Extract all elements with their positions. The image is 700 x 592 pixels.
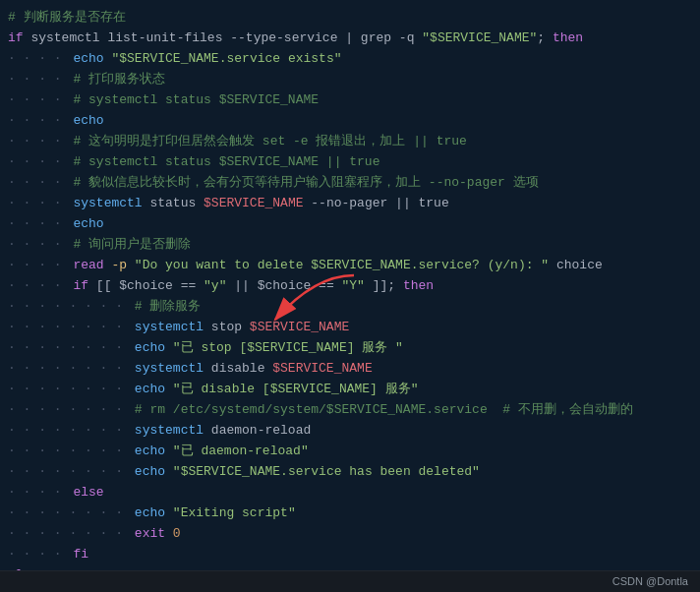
code-line: · · · · echo	[0, 214, 700, 235]
code-line: · · · · · · · · systemctl disable $SERVI…	[0, 359, 700, 380]
code-line: · · · · read -p "Do you want to delete $…	[0, 256, 700, 276]
code-line: · · · · · · · · exit 0	[0, 524, 700, 545]
code-line: · · · · # systemctl status $SERVICE_NAME	[0, 90, 700, 111]
code-block: # 判断服务是否存在if systemctl list-unit-files -…	[0, 0, 700, 570]
code-line: · · · · # systemctl status $SERVICE_NAME…	[0, 152, 700, 173]
footer-bar: CSDN @Dontla	[0, 570, 700, 592]
code-line: · · · · echo "$SERVICE_NAME.service exis…	[0, 49, 700, 70]
code-line: · · · · · · · · echo "已 stop [$SERVICE_N…	[0, 338, 700, 359]
code-line: · · · · echo	[0, 111, 700, 132]
code-line: · · · · · · · · echo "已 disable [$SERVIC…	[0, 380, 700, 400]
code-line: · · · · · · · · systemctl stop $SERVICE_…	[0, 318, 700, 338]
code-line: · · · · · · · · systemctl daemon-reload	[0, 421, 700, 442]
code-line: · · · · · · · · echo "Exiting script"	[0, 503, 700, 524]
code-line: · · · · · · · · echo "已 daemon-reload"	[0, 442, 700, 462]
code-line: · · · · systemctl status $SERVICE_NAME -…	[0, 194, 700, 214]
code-line: · · · · # 询问用户是否删除	[0, 235, 700, 256]
code-line: # 判断服务是否存在	[0, 8, 700, 29]
code-line: · · · · # 貌似信息比较长时，会有分页等待用户输入阻塞程序，加上 --n…	[0, 173, 700, 194]
code-line: · · · · fi	[0, 545, 700, 565]
code-line: · · · · · · · · # 删除服务	[0, 297, 700, 318]
code-line: · · · · · · · · echo "$SERVICE_NAME.serv…	[0, 462, 700, 483]
code-line: if systemctl list-unit-files --type-serv…	[0, 29, 700, 49]
code-line: · · · · else	[0, 483, 700, 503]
code-line: · · · · if [[ $choice == "y" || $choice …	[0, 276, 700, 297]
code-line: · · · · · · · · # rm /etc/systemd/system…	[0, 400, 700, 421]
code-line: · · · · # 打印服务状态	[0, 70, 700, 90]
code-line: · · · · # 这句明明是打印但居然会触发 set -e 报错退出，加上 |…	[0, 132, 700, 152]
brand-label: CSDN @Dontla	[612, 573, 688, 591]
